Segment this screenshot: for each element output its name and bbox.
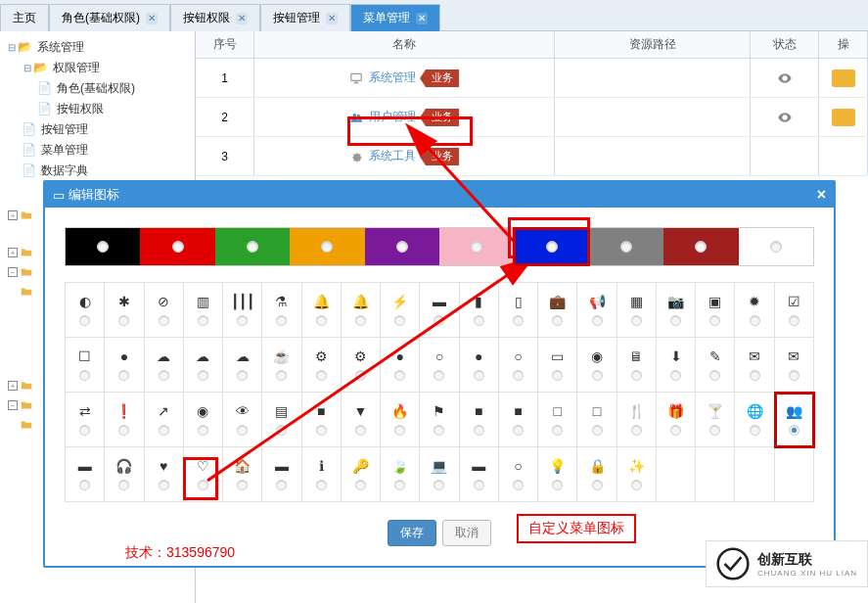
eye-icon[interactable]: [751, 59, 819, 97]
color-swatch[interactable]: [66, 228, 140, 265]
exchange-icon-option[interactable]: ⇄: [66, 393, 105, 447]
action-button[interactable]: [832, 70, 855, 87]
table-row[interactable]: 1 系统管理业务: [196, 59, 868, 98]
camera-retro-icon-option[interactable]: ▣: [696, 283, 735, 338]
cloud-download-icon-option[interactable]: ☁: [184, 338, 223, 393]
food-icon-option[interactable]: 🍴: [617, 393, 657, 447]
book-icon-option[interactable]: ▬: [420, 283, 459, 338]
film-icon-option[interactable]: ▤: [262, 393, 301, 447]
home-icon-option[interactable]: 🏠: [223, 447, 262, 502]
legal-icon-option[interactable]: ▬: [460, 447, 499, 502]
lemon-icon-option[interactable]: ○: [499, 447, 538, 502]
color-swatch[interactable]: [439, 228, 514, 265]
globe-icon-option[interactable]: 🌐: [735, 393, 774, 447]
bell-icon-option[interactable]: 🔔: [302, 283, 342, 338]
laptop-icon-option[interactable]: 💻: [420, 447, 459, 502]
tab-btn-mgr[interactable]: 按钮管理✕: [260, 4, 350, 31]
folder-o-icon-option[interactable]: □: [538, 393, 577, 447]
hdd-icon-option[interactable]: ▬: [66, 447, 105, 502]
table-row[interactable]: 3 系统工具业务: [196, 137, 868, 176]
lock-icon-option[interactable]: 🔒: [577, 447, 617, 502]
gift-icon-option[interactable]: 🎁: [657, 393, 696, 447]
tree-perm[interactable]: ⊟ 📂 权限管理: [6, 58, 189, 78]
color-swatch[interactable]: [140, 228, 214, 265]
comment-o-icon-option[interactable]: ○: [420, 338, 459, 393]
tree-btnperm[interactable]: 📄 按钮权限: [6, 99, 189, 119]
color-swatch[interactable]: [215, 228, 290, 265]
eye-slash-icon-option[interactable]: ◉: [184, 393, 223, 447]
heart-icon-option[interactable]: ♥: [145, 447, 184, 502]
glass-icon-option[interactable]: 🍸: [696, 393, 735, 447]
bell-alt-icon-option[interactable]: 🔔: [342, 283, 381, 338]
circle-icon-option[interactable]: ●: [105, 338, 144, 393]
cloud-upload-icon-option[interactable]: ☁: [223, 338, 262, 393]
close-button[interactable]: ×: [817, 186, 826, 204]
tab-role[interactable]: 角色(基础权限)✕: [49, 4, 170, 31]
info-icon-option[interactable]: ℹ: [302, 447, 342, 502]
color-swatch[interactable]: [589, 228, 663, 265]
cogs-icon-option[interactable]: ⚙: [342, 338, 381, 393]
flag-icon-option[interactable]: ⚑: [420, 393, 459, 447]
fire-icon-option[interactable]: 🔥: [381, 393, 420, 447]
check-empty-icon-option[interactable]: ☐: [66, 338, 105, 393]
bookmark-icon-option[interactable]: ▮: [460, 283, 499, 338]
adjust-icon-option[interactable]: ◐: [66, 283, 105, 338]
color-swatch[interactable]: [290, 228, 364, 265]
group-icon-option[interactable]: 👥: [775, 393, 814, 447]
tree-dict[interactable]: 📄 数据字典: [6, 161, 189, 181]
tree-menumgr[interactable]: 📄 菜单管理: [6, 140, 189, 161]
desktop-icon-option[interactable]: 🖥: [617, 338, 657, 393]
dashboard-icon-option[interactable]: ◉: [577, 338, 617, 393]
tree-btnmgr[interactable]: 📄 按钮管理: [6, 119, 189, 140]
color-swatch[interactable]: [514, 228, 588, 265]
bullhorn-icon-option[interactable]: 📢: [577, 283, 617, 338]
close-icon[interactable]: ✕: [416, 13, 428, 24]
exclamation-icon-option[interactable]: ❗: [105, 393, 144, 447]
credit-card-icon-option[interactable]: ▭: [538, 338, 577, 393]
briefcase-icon-option[interactable]: 💼: [538, 283, 577, 338]
tab-home[interactable]: 主页: [0, 4, 49, 31]
cog-icon-option[interactable]: ⚙: [302, 338, 342, 393]
eye-icon-option[interactable]: 👁: [223, 393, 262, 447]
barcode-icon-option[interactable]: ┃┃┃: [223, 283, 262, 338]
headphones-icon-option[interactable]: 🎧: [105, 447, 144, 502]
tree-system[interactable]: ⊟ 📂 系统管理: [6, 37, 189, 58]
close-icon[interactable]: ✕: [326, 13, 338, 24]
folder-icon-option[interactable]: ■: [460, 393, 499, 447]
beaker-icon-option[interactable]: ⚗: [262, 283, 301, 338]
comments-icon-option[interactable]: ●: [460, 338, 499, 393]
close-icon[interactable]: ✕: [236, 13, 248, 24]
certificate-icon-option[interactable]: ✹: [735, 283, 774, 338]
filter-icon-option[interactable]: ▼: [342, 393, 381, 447]
inbox-icon-option[interactable]: ▬: [262, 447, 301, 502]
tree-role[interactable]: 📄 角色(基础权限): [6, 78, 189, 99]
color-swatch[interactable]: [739, 228, 813, 265]
asterisk-icon-option[interactable]: ✱: [105, 283, 144, 338]
eye-icon[interactable]: [751, 98, 819, 136]
lightbulb-icon-option[interactable]: 💡: [538, 447, 577, 502]
bar-chart-icon-option[interactable]: ▥: [184, 283, 223, 338]
comment-icon-option[interactable]: ●: [381, 338, 420, 393]
bookmark-o-icon-option[interactable]: ▯: [499, 283, 538, 338]
camera-icon-option[interactable]: 📷: [657, 283, 696, 338]
bolt-icon-option[interactable]: ⚡: [381, 283, 420, 338]
leaf-icon-option[interactable]: 🍃: [381, 447, 420, 502]
edit-icon-option[interactable]: ✎: [696, 338, 735, 393]
folder-open-icon-option[interactable]: ■: [499, 393, 538, 447]
cloud-icon-option[interactable]: ☁: [145, 338, 184, 393]
heart-o-icon-option[interactable]: ♡: [184, 447, 223, 502]
key-icon-option[interactable]: 🔑: [342, 447, 381, 502]
comments-o-icon-option[interactable]: ○: [499, 338, 538, 393]
envelope-icon-option[interactable]: ✉: [735, 338, 774, 393]
tab-btn-perm[interactable]: 按钮权限✕: [170, 4, 260, 31]
save-button[interactable]: 保存: [388, 520, 436, 546]
facetime-icon-option[interactable]: ■: [302, 393, 342, 447]
tab-menu-mgr[interactable]: 菜单管理✕: [350, 4, 440, 31]
magic-icon-option[interactable]: ✨: [617, 447, 657, 502]
envelope-o-icon-option[interactable]: ✉: [775, 338, 814, 393]
color-swatch[interactable]: [365, 228, 439, 265]
download-icon-option[interactable]: ⬇: [657, 338, 696, 393]
folder-open-o-icon-option[interactable]: □: [577, 393, 617, 447]
external-icon-option[interactable]: ↗: [145, 393, 184, 447]
cancel-button[interactable]: 取消: [442, 520, 491, 546]
